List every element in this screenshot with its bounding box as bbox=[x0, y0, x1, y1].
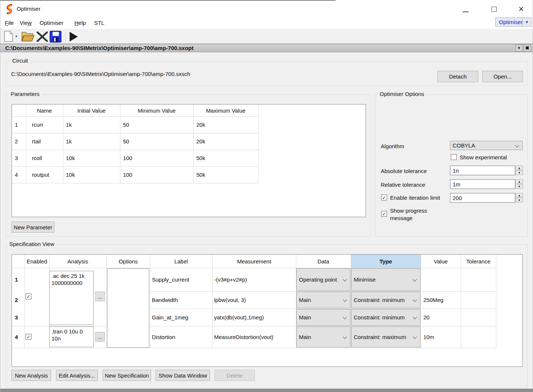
edit-analysis-button[interactable]: Edit Analysis... bbox=[56, 370, 98, 381]
analysis2-edit-button[interactable]: ... bbox=[95, 332, 105, 342]
spin-down-icon[interactable]: ▼ bbox=[516, 170, 523, 175]
options-box[interactable] bbox=[107, 268, 149, 348]
show-experimental-checkbox[interactable] bbox=[451, 154, 457, 160]
column-header-value[interactable]: Value bbox=[421, 255, 461, 268]
open-folder-icon[interactable] bbox=[21, 31, 34, 42]
column-header-measurement[interactable]: Measurement bbox=[212, 255, 296, 268]
enable-iteration-limit-checkbox[interactable]: ✓ bbox=[381, 195, 387, 200]
iteration-limit-input[interactable]: 200 bbox=[450, 193, 515, 203]
column-header-data[interactable]: Data bbox=[296, 255, 351, 268]
document-dropdown-button[interactable]: ▼ bbox=[515, 44, 523, 52]
spec-measurement[interactable]: -(v3#p+v2#p) bbox=[214, 268, 247, 291]
spin-up-icon[interactable]: ▲ bbox=[516, 193, 523, 197]
spec-value[interactable]: 250Meg bbox=[423, 291, 443, 309]
detach-button[interactable]: Detach bbox=[437, 71, 478, 82]
parameter-min[interactable]: 100 bbox=[123, 166, 132, 183]
column-header-options[interactable]: Options bbox=[106, 255, 150, 268]
data-select[interactable]: Main bbox=[296, 309, 350, 326]
new-specification-button[interactable]: New Specification bbox=[103, 370, 151, 381]
type-select[interactable]: Constraint: minimum bbox=[351, 309, 420, 326]
type-select[interactable]: Constraint: maximum bbox=[351, 326, 420, 348]
analysis1-edit-button[interactable]: ... bbox=[95, 292, 105, 301]
parameter-initial[interactable]: 1k bbox=[66, 116, 72, 133]
spec-label[interactable]: Bandwidth bbox=[152, 291, 178, 309]
column-header-maximum-value[interactable]: Maximum Value bbox=[193, 104, 258, 116]
spin-down-icon[interactable]: ▼ bbox=[516, 198, 523, 202]
specification-table[interactable]: Enabled Analysis Options Label Measureme… bbox=[11, 254, 523, 367]
new-document-icon[interactable] bbox=[4, 31, 13, 42]
data-select[interactable]: Main bbox=[296, 292, 350, 308]
column-header-name[interactable]: Name bbox=[26, 104, 63, 116]
spec-measurement[interactable]: MeasureDistortion(vout) bbox=[214, 326, 273, 348]
column-header-label[interactable]: Label bbox=[150, 255, 212, 268]
column-header-minimum-value[interactable]: Minimum Value bbox=[120, 104, 193, 116]
type-select[interactable]: Constraint: minimum bbox=[351, 292, 420, 308]
maximize-button[interactable] bbox=[492, 7, 497, 12]
show-progress-checkbox[interactable]: ✓ bbox=[381, 211, 387, 217]
menu-file[interactable]: File bbox=[4, 17, 14, 29]
spec-value[interactable]: 20 bbox=[423, 309, 430, 326]
close-document-icon[interactable] bbox=[36, 31, 48, 42]
spec-label[interactable]: Supply_current bbox=[152, 268, 189, 291]
parameter-name[interactable]: rcoll bbox=[32, 150, 42, 166]
parameter-max[interactable]: 20k bbox=[196, 133, 205, 150]
analysis2-text[interactable]: .tran 0 10u 0 10n bbox=[49, 326, 94, 347]
menu-help[interactable]: Help bbox=[74, 17, 87, 29]
relative-tolerance-spinner[interactable]: ▲ ▼ bbox=[516, 179, 523, 189]
parameter-max[interactable]: 20k bbox=[196, 116, 205, 133]
data-select[interactable]: Operating point bbox=[296, 268, 350, 291]
parameter-initial[interactable]: 10k bbox=[66, 150, 75, 166]
window-selector-dropdown[interactable]: Optimiser ▼ bbox=[495, 17, 532, 27]
open-button[interactable]: Open... bbox=[482, 71, 523, 82]
menu-view[interactable]: View bbox=[19, 17, 32, 29]
algorithm-select[interactable]: COBYLA bbox=[450, 141, 523, 150]
spin-up-icon[interactable]: ▲ bbox=[516, 166, 523, 170]
analysis1-text[interactable]: .ac dec 25 1k 1000000000 bbox=[49, 271, 94, 325]
column-header-analysis[interactable]: Analysis bbox=[49, 255, 106, 268]
document-close-button[interactable]: ✖ bbox=[523, 44, 531, 52]
row-number: 4 bbox=[15, 166, 18, 183]
data-select[interactable]: Main bbox=[296, 326, 350, 348]
parameter-min[interactable]: 100 bbox=[123, 150, 132, 166]
spin-down-icon[interactable]: ▼ bbox=[516, 184, 523, 189]
menu-optimiser[interactable]: Optimiser bbox=[39, 17, 64, 29]
analysis2-enabled-checkbox[interactable]: ✓ bbox=[26, 334, 31, 340]
spec-label[interactable]: Distortion bbox=[152, 326, 175, 348]
circuit-group: Circuit C:\Documents\Examples-90\SIMetri… bbox=[6, 61, 528, 86]
show-data-window-button[interactable]: Show Data Window bbox=[156, 370, 210, 381]
column-header-initial-value[interactable]: Initial Value bbox=[63, 104, 120, 116]
spec-label[interactable]: Gain_at_1meg bbox=[152, 309, 188, 326]
parameter-name[interactable]: rcurr bbox=[32, 116, 43, 133]
new-analysis-button[interactable]: New Analysis bbox=[11, 370, 51, 381]
parameter-initial[interactable]: 1k bbox=[66, 133, 72, 150]
parameter-name[interactable]: routput bbox=[32, 166, 49, 183]
minimize-button[interactable] bbox=[463, 11, 469, 12]
simetrix-logo-icon bbox=[6, 4, 14, 14]
menu-stl[interactable]: STL bbox=[93, 17, 105, 29]
new-document-dropdown-icon[interactable]: ▼ bbox=[15, 35, 18, 38]
parameter-max[interactable]: 50k bbox=[196, 150, 205, 166]
spec-value[interactable]: 10m bbox=[423, 326, 434, 348]
parameter-initial[interactable]: 10k bbox=[66, 166, 75, 183]
analysis1-enabled-checkbox[interactable]: ✓ bbox=[26, 293, 31, 299]
column-header-enabled[interactable]: Enabled bbox=[24, 255, 49, 268]
parameter-max[interactable]: 50k bbox=[196, 166, 205, 183]
iteration-limit-spinner[interactable]: ▲ ▼ bbox=[516, 193, 523, 202]
spin-up-icon[interactable]: ▲ bbox=[516, 179, 523, 184]
parameters-table[interactable]: Name Initial Value Minimum Value Maximum… bbox=[11, 104, 366, 217]
parameter-min[interactable]: 50 bbox=[123, 116, 129, 133]
close-button[interactable]: ✕ bbox=[516, 4, 526, 14]
column-header-tolerance[interactable]: Tolerance bbox=[461, 255, 496, 268]
parameter-min[interactable]: 50 bbox=[123, 133, 129, 150]
run-icon[interactable] bbox=[69, 31, 79, 42]
absolute-tolerance-input[interactable]: 1n bbox=[450, 166, 515, 175]
parameter-name[interactable]: rtail bbox=[32, 133, 41, 150]
absolute-tolerance-spinner[interactable]: ▲ ▼ bbox=[516, 166, 523, 175]
new-parameter-button[interactable]: New Parameter bbox=[11, 222, 54, 233]
column-header-type[interactable]: Type bbox=[351, 255, 421, 268]
type-select[interactable]: Minimise bbox=[351, 268, 420, 291]
relative-tolerance-input[interactable]: 1m bbox=[450, 179, 515, 189]
save-icon[interactable] bbox=[50, 31, 61, 43]
spec-measurement[interactable]: yatx(db(vout),1meg) bbox=[214, 309, 264, 326]
spec-measurement[interactable]: lpbw(vout, 3) bbox=[214, 291, 246, 309]
